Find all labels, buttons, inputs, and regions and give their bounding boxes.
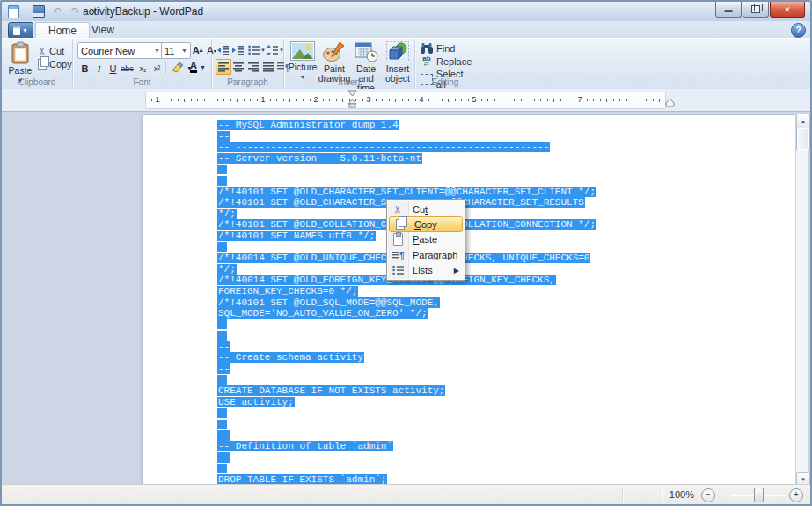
scrollbar-thumb[interactable] <box>796 128 810 150</box>
font-size-combo[interactable]: 11 ▼ <box>161 42 191 59</box>
font-family-combo[interactable]: Courier New ▼ <box>77 42 164 59</box>
tab-view[interactable]: View <box>79 22 127 38</box>
menu-item-label: Paragraph <box>408 250 457 260</box>
clipboard-icon <box>388 233 408 246</box>
document-line <box>217 463 596 474</box>
restore-button[interactable] <box>743 2 769 18</box>
selected-text: -- MySQL Administrator dump 1.4 <box>217 120 399 130</box>
wordpad-menu-button[interactable]: ▼ <box>8 22 33 39</box>
minimize-button[interactable]: ▬ <box>715 2 742 18</box>
ruler-tick <box>567 99 567 101</box>
context-menu-item-paste[interactable]: Paste <box>388 232 464 247</box>
ruler-tick <box>329 99 330 101</box>
help-icon[interactable]: ? <box>791 23 806 38</box>
picture-label: Picture <box>289 62 318 72</box>
ruler-tick <box>619 99 620 101</box>
line-spacing-button[interactable]: ▼ <box>265 42 286 58</box>
document-line: CREATE DATABASE IF NOT EXISTS activity; <box>217 385 596 397</box>
document-line <box>217 164 596 175</box>
list-icon <box>388 265 408 275</box>
scroll-up-icon[interactable]: ▲ <box>796 114 810 128</box>
ruler-tick <box>250 99 251 101</box>
context-menu-item-paragraph[interactable]: ¶Paragraph <box>388 247 464 262</box>
selected-text: /*!40101 SET @OLD_SQL_MODE=@@SQL_MODE, <box>217 297 440 308</box>
font-size-value: 11 <box>165 46 174 56</box>
ruler-number: 7 <box>577 95 582 104</box>
divider <box>26 5 26 18</box>
group-editing: Find ab ⇄ Replace Select all Editing <box>415 39 475 88</box>
zoom-slider-thumb[interactable] <box>754 488 764 502</box>
group-clipboard: Paste ▼ ✂ Cut Copy Clipboard <box>2 39 73 88</box>
vertical-scrollbar[interactable]: ▲ ▼ <box>795 113 809 488</box>
strikethrough-button[interactable]: abc <box>120 61 135 77</box>
selected-text: -- <box>217 430 230 441</box>
selected-text: -- Create schema activity <box>217 352 364 363</box>
selected-text: FOREIGN_KEY_CHECKS=0 */; <box>217 286 358 297</box>
align-left-button[interactable] <box>216 59 231 75</box>
ruler-tick <box>223 99 224 101</box>
copy-button[interactable]: Copy <box>37 58 73 70</box>
ruler-tick <box>197 99 198 101</box>
decrease-indent-button[interactable] <box>216 42 231 58</box>
grow-font-button[interactable]: A▴ <box>190 42 205 58</box>
justify-button[interactable] <box>260 59 276 75</box>
bold-button[interactable]: B <box>77 61 92 77</box>
align-right-button[interactable] <box>245 59 261 75</box>
replace-icon: ab ⇄ <box>421 55 433 67</box>
document-line: -- -------------------------------------… <box>217 142 596 153</box>
ruler-tick <box>342 99 343 102</box>
undo-icon[interactable]: ↶ <box>49 4 65 18</box>
selected-text <box>217 176 227 186</box>
copy-icon <box>38 59 47 70</box>
zoom-in-button[interactable]: + <box>789 488 803 502</box>
save-icon[interactable] <box>31 4 47 18</box>
ruler-tick <box>606 99 607 102</box>
binoculars-icon <box>421 42 433 54</box>
selected-text: -- <box>217 341 230 352</box>
indent-marker-left[interactable] <box>347 90 357 108</box>
document-area: -- MySQL Administrator dump 1.4---- ----… <box>2 112 810 488</box>
font-color-button[interactable]: A ▼ <box>189 60 207 74</box>
document-line <box>217 375 596 386</box>
selected-text <box>217 319 227 329</box>
document-text: -- MySQL Administrator dump 1.4---- ----… <box>217 120 596 488</box>
ruler-number: 1 <box>260 95 265 104</box>
align-center-button[interactable] <box>230 59 246 75</box>
italic-button[interactable]: I <box>91 61 106 77</box>
context-menu-item-cut[interactable]: ✂Cut <box>388 202 464 216</box>
indent-marker-right[interactable] <box>665 99 675 108</box>
superscript-button[interactable]: x² <box>150 61 165 77</box>
ruler-tick <box>336 99 337 101</box>
ruler-tick <box>362 99 363 101</box>
ruler-tick <box>448 99 449 102</box>
object-cube-icon <box>386 41 409 62</box>
document-line: /*!40101 SET @OLD_SQL_MODE=@@SQL_MODE, <box>217 297 596 309</box>
selected-text <box>217 420 227 429</box>
context-menu-item-lists[interactable]: Lists▶ <box>388 263 464 278</box>
subscript-button[interactable]: x₂ <box>135 61 150 77</box>
zoom-out-button[interactable]: − <box>701 488 715 502</box>
selected-text: CREATE DATABASE IF NOT EXISTS activity; <box>217 385 445 396</box>
find-button[interactable]: Find <box>421 42 455 54</box>
underline-button[interactable]: U <box>106 61 121 77</box>
context-menu-item-copy[interactable]: Copy <box>389 216 463 231</box>
cut-label: Cut <box>49 46 64 56</box>
selected-text: -- <box>217 131 230 142</box>
document-line <box>217 319 596 331</box>
context-menu-items: ✂CutCopyPaste¶ParagraphLists▶ <box>388 202 464 278</box>
redo-icon[interactable]: ↷ <box>68 4 84 18</box>
wordpad-app-icon[interactable] <box>5 4 21 18</box>
document-line: -- <box>217 430 596 442</box>
ruler-number: 4 <box>419 95 423 104</box>
increase-indent-button[interactable] <box>230 42 246 58</box>
selected-text: /*!40101 SET @OLD_CHARACTER_SET_CLIENT=@… <box>217 187 596 197</box>
ruler-tick <box>521 99 522 101</box>
ruler-tick <box>389 99 390 101</box>
ribbon-tab-row: ▼ Home View ? <box>2 21 810 38</box>
document-line: USE activity; <box>217 397 596 408</box>
close-button[interactable]: ✕ <box>770 2 805 18</box>
font-family-value: Courier New <box>81 46 135 56</box>
document-page[interactable]: -- MySQL Administrator dump 1.4---- ----… <box>143 115 798 488</box>
replace-button[interactable]: ab ⇄ Replace <box>421 55 472 67</box>
group-insert: Picture ▼ Paint drawing Date and time I <box>284 39 415 88</box>
